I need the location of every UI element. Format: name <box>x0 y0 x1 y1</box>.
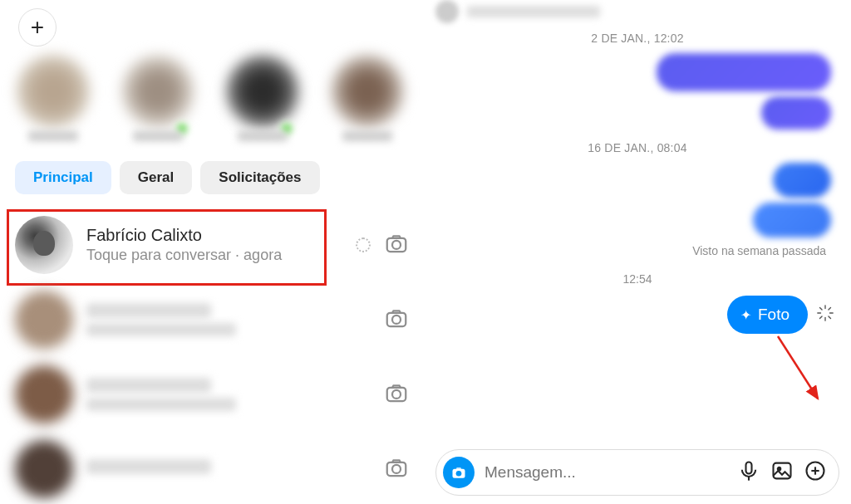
chat-subtitle <box>86 398 236 411</box>
story-label <box>342 131 392 141</box>
foto-label: Foto <box>758 306 790 324</box>
svg-rect-20 <box>774 463 791 479</box>
svg-point-1 <box>392 241 401 249</box>
chat-header[interactable] <box>435 3 839 20</box>
loading-spinner-icon <box>816 304 834 325</box>
tab-geral[interactable]: Geral <box>120 161 192 194</box>
new-story-button[interactable]: + <box>18 8 57 46</box>
gallery-icon[interactable] <box>770 459 794 486</box>
svg-line-15 <box>829 307 831 310</box>
status-indicator-icon <box>356 237 371 252</box>
sent-message-bubble[interactable] <box>753 203 831 237</box>
story-label <box>238 131 288 141</box>
avatar[interactable] <box>15 365 73 423</box>
sent-message-bubble[interactable] <box>657 53 831 91</box>
camera-button[interactable] <box>443 457 475 488</box>
tab-solicitacoes[interactable]: Solicitações <box>200 161 319 194</box>
avatar[interactable] <box>15 216 73 274</box>
seen-status: Visto na semana passada <box>435 244 839 257</box>
story-avatar[interactable] <box>17 55 90 128</box>
camera-icon[interactable] <box>384 231 409 259</box>
inbox-panel: + Principal Geral So <box>0 0 424 504</box>
chat-row[interactable] <box>0 432 424 504</box>
story-avatar[interactable] <box>331 55 404 128</box>
sent-message-bubble[interactable] <box>761 96 831 130</box>
avatar[interactable] <box>15 291 73 349</box>
conversation-panel: 2 DE JAN., 12:02 16 DE JAN., 08:04 Visto… <box>424 0 851 504</box>
story-avatar[interactable] <box>121 55 194 128</box>
svg-point-7 <box>392 465 401 473</box>
svg-line-11 <box>829 316 831 319</box>
message-input[interactable] <box>485 463 727 482</box>
svg-line-14 <box>819 316 822 319</box>
annotation-arrow <box>770 332 828 410</box>
svg-point-5 <box>392 390 401 399</box>
view-photo-button[interactable]: ✦ Foto <box>727 296 808 334</box>
chat-name <box>86 378 211 393</box>
chat-subtitle <box>86 323 236 336</box>
chat-subtitle: Toque para conversar · agora <box>86 247 342 264</box>
sent-message-bubble[interactable] <box>773 163 831 198</box>
sparkle-icon: ✦ <box>740 307 751 323</box>
chat-row[interactable] <box>0 282 424 357</box>
camera-icon[interactable] <box>384 380 409 409</box>
chat-name: Fabrício Calixto <box>86 226 342 245</box>
chat-list: Fabrício Calixto Toque para conversar · … <box>0 208 424 504</box>
message-input-bar <box>435 449 839 496</box>
inbox-tabs: Principal Geral Solicitações <box>0 161 424 194</box>
chat-header-title <box>467 6 600 17</box>
svg-rect-18 <box>746 462 752 474</box>
camera-icon[interactable] <box>384 455 409 483</box>
story-label <box>28 131 78 141</box>
stories-row <box>0 46 424 156</box>
timestamp: 16 DE JAN., 08:04 <box>435 141 839 154</box>
svg-point-17 <box>456 471 462 477</box>
story-label <box>133 131 183 141</box>
timestamp: 12:54 <box>435 272 839 286</box>
svg-line-10 <box>819 307 822 310</box>
story-avatar[interactable] <box>226 55 299 128</box>
chat-row[interactable] <box>0 357 424 432</box>
timestamp: 2 DE JAN., 12:02 <box>435 32 839 45</box>
camera-icon[interactable] <box>384 306 409 334</box>
microphone-icon[interactable] <box>737 459 760 486</box>
chat-row[interactable]: Fabrício Calixto Toque para conversar · … <box>0 208 424 282</box>
avatar[interactable] <box>15 440 73 498</box>
plus-icon[interactable] <box>804 459 827 486</box>
tab-principal[interactable]: Principal <box>15 161 111 194</box>
chat-name <box>86 459 211 474</box>
avatar <box>435 0 459 23</box>
chat-name <box>86 303 211 318</box>
svg-point-3 <box>392 316 401 324</box>
